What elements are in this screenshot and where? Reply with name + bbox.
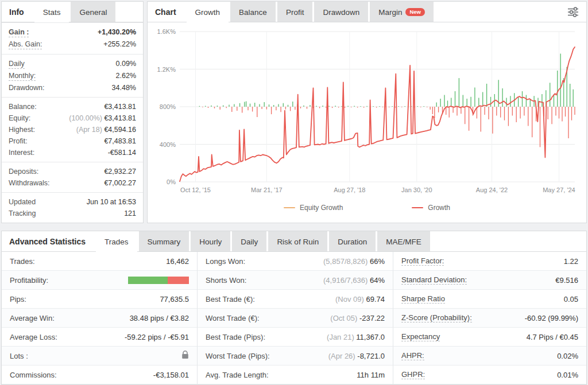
- withdrawals-value: €7,002.27: [104, 179, 136, 188]
- daily-label[interactable]: Daily: [9, 60, 25, 69]
- abs-gain-label[interactable]: Abs. Gain:: [9, 40, 42, 49]
- interest-label: Interest:: [9, 149, 34, 157]
- equity-value: (100.00%) €3,413.81: [69, 114, 136, 123]
- chart-panel: Chart Growth Balance Profit Drawdown Mar…: [147, 1, 587, 223]
- equity-growth-swatch: [284, 207, 295, 208]
- tab-mae-mfe[interactable]: MAE/MFE: [377, 231, 430, 251]
- balance-value: €3,413.81: [104, 103, 136, 111]
- advanced-statistics-title: Advanced Statistics: [2, 231, 96, 251]
- lock-icon: [181, 351, 189, 361]
- updated-value: Jun 10 at 16:53: [87, 198, 136, 207]
- balance-label: Balance:: [9, 103, 37, 111]
- svg-text:Aug 27, '18: Aug 27, '18: [334, 186, 365, 193]
- tab-margin[interactable]: Margin New: [370, 2, 434, 22]
- meta-group: Updated Jun 10 at 16:53 Tracking 121: [2, 192, 143, 223]
- cell-longs-won: Longs Won: (5,857/8,826) 66%: [198, 252, 393, 271]
- drawdown-label: Drawdown:: [9, 84, 45, 92]
- cell-average-win: Average Win: 38.48 pips / €3.82: [2, 309, 198, 328]
- tab-drawdown[interactable]: Drawdown: [314, 2, 368, 22]
- table-row: Average Win: 38.48 pips / €3.82 Worst Tr…: [2, 309, 586, 328]
- profitability-bar-win: [128, 277, 168, 284]
- table-row: Profitability: Shorts Won: (4,916/7,636)…: [2, 271, 586, 290]
- svg-text:800%: 800%: [160, 103, 176, 110]
- gain-label[interactable]: Gain :: [9, 28, 29, 37]
- stat-row-deposits: Deposits: €2,932.27: [2, 166, 143, 177]
- tracking-label: Tracking: [9, 209, 36, 218]
- advanced-statistics-panel: Advanced Statistics Trades Summary Hourl…: [1, 231, 587, 385]
- svg-text:Jan 30, '20: Jan 30, '20: [401, 186, 432, 193]
- growth-chart-svg: 0%400%800%1.2K%1.6K%Oct 12, '15Mar 21, '…: [151, 25, 583, 197]
- tab-stats[interactable]: Stats: [34, 2, 69, 22]
- daily-value: 0.09%: [116, 60, 136, 68]
- tab-risk-of-ruin[interactable]: Risk of Ruin: [268, 231, 327, 251]
- tab-general[interactable]: General: [71, 2, 115, 22]
- cell-lots: Lots :: [2, 347, 198, 365]
- stat-row-updated: Updated Jun 10 at 16:53: [2, 196, 143, 208]
- legend-equity-growth[interactable]: Equity Growth: [284, 204, 343, 212]
- profitability-bar: [128, 277, 189, 284]
- monthly-label[interactable]: Monthly:: [9, 72, 36, 81]
- cell-z-score: Z-Score (Probability): -60.92 (99.99%): [393, 309, 586, 328]
- table-row: Trades: 16,462 Longs Won: (5,857/8,826) …: [2, 252, 586, 271]
- new-badge: New: [405, 8, 425, 16]
- updated-label: Updated: [9, 198, 36, 207]
- cell-average-loss: Average Loss: -59.22 pips / -€5.91: [2, 328, 198, 347]
- stat-row-drawdown: Drawdown: 34.48%: [2, 82, 143, 94]
- cell-best-trade-eur: Best Trade (€): (Nov 09) 69.74: [198, 290, 393, 309]
- chart-settings-button[interactable]: [560, 2, 586, 22]
- cell-expectancy: Expectancy 4.7 Pips / €0.45: [393, 328, 586, 347]
- svg-text:Mar 21, '17: Mar 21, '17: [251, 186, 283, 193]
- table-row: Commissions: -€3,158.01 Avg. Trade Lengt…: [2, 365, 586, 384]
- stat-row-tracking: Tracking 121: [2, 208, 143, 219]
- tab-duration[interactable]: Duration: [329, 231, 376, 251]
- stat-row-monthly: Monthly: 2.62%: [2, 70, 143, 82]
- highest-label: Highest:: [9, 126, 35, 134]
- legend-growth[interactable]: Growth: [412, 204, 450, 212]
- tab-profit[interactable]: Profit: [277, 2, 313, 22]
- tracking-value: 121: [124, 209, 136, 218]
- tab-summary[interactable]: Summary: [139, 231, 189, 251]
- svg-text:400%: 400%: [160, 141, 176, 148]
- cell-best-trade-pips: Best Trade (Pips): (Jan 21) 11,367.0: [198, 328, 393, 347]
- cell-shorts-won: Shorts Won: (4,916/7,636) 64%: [198, 271, 393, 290]
- chart-legend: Equity Growth Growth: [148, 199, 586, 219]
- stat-row-profit: Profit: €7,483.81: [2, 135, 143, 147]
- cell-worst-trade-pips: Worst Trade (Pips): (Apr 26) -8,721.0: [198, 347, 393, 365]
- tab-trades[interactable]: Trades: [96, 231, 137, 252]
- deposits-label: Deposits:: [9, 168, 38, 176]
- growth-swatch: [412, 207, 423, 208]
- balance-group: Balance: €3,413.81 Equity: (100.00%) €3,…: [2, 97, 143, 162]
- highest-value: (Apr 18) €4,594.16: [76, 126, 136, 134]
- tab-hourly[interactable]: Hourly: [191, 231, 230, 251]
- tab-growth[interactable]: Growth: [187, 2, 229, 22]
- deposits-group: Deposits: €2,932.27 Withdrawals: €7,002.…: [2, 162, 143, 192]
- cell-trades: Trades: 16,462: [2, 252, 198, 271]
- account-stats-panel: Info Stats General Gain : +1,430.20% Abs…: [1, 1, 144, 223]
- cell-sharpe-ratio: Sharpe Ratio 0.05: [393, 290, 586, 309]
- stat-row-balance: Balance: €3,413.81: [2, 101, 143, 112]
- cell-standard-deviation: Standard Deviation: €9.516: [393, 271, 586, 290]
- withdrawals-label: Withdrawals:: [9, 179, 50, 188]
- svg-text:May 27, '24: May 27, '24: [543, 186, 575, 193]
- table-row: Pips: 77,635.5 Best Trade (€): (Nov 09) …: [2, 290, 586, 309]
- table-row: Lots : Worst Trade (Pips): (Apr 26) -8,7…: [2, 347, 586, 365]
- stat-row-gain: Gain : +1,430.20%: [2, 26, 143, 38]
- profit-label: Profit:: [9, 137, 28, 146]
- chart-panel-title: Chart: [148, 2, 187, 22]
- info-panel-title: Info: [2, 2, 34, 22]
- stat-row-equity: Equity: (100.00%) €3,413.81: [2, 112, 143, 124]
- cell-ahpr: AHPR: 0.02%: [393, 347, 586, 365]
- sliders-icon: [567, 6, 579, 18]
- drawdown-value: 34.48%: [112, 84, 136, 92]
- growth-chart[interactable]: 0%400%800%1.2K%1.6K%Oct 12, '15Mar 21, '…: [148, 22, 586, 199]
- svg-text:Aug 24, '22: Aug 24, '22: [476, 186, 508, 193]
- svg-text:1.6K%: 1.6K%: [157, 28, 176, 35]
- svg-text:0%: 0%: [167, 178, 176, 185]
- interest-value: -€581.14: [108, 149, 136, 157]
- cell-pips: Pips: 77,635.5: [2, 290, 198, 309]
- tab-daily[interactable]: Daily: [232, 231, 266, 251]
- stat-row-highest: Highest: (Apr 18) €4,594.16: [2, 124, 143, 135]
- tab-balance[interactable]: Balance: [230, 2, 276, 22]
- deposits-value: €2,932.27: [104, 168, 136, 176]
- cell-worst-trade-eur: Worst Trade (€): (Oct 05) -237.22: [198, 309, 393, 328]
